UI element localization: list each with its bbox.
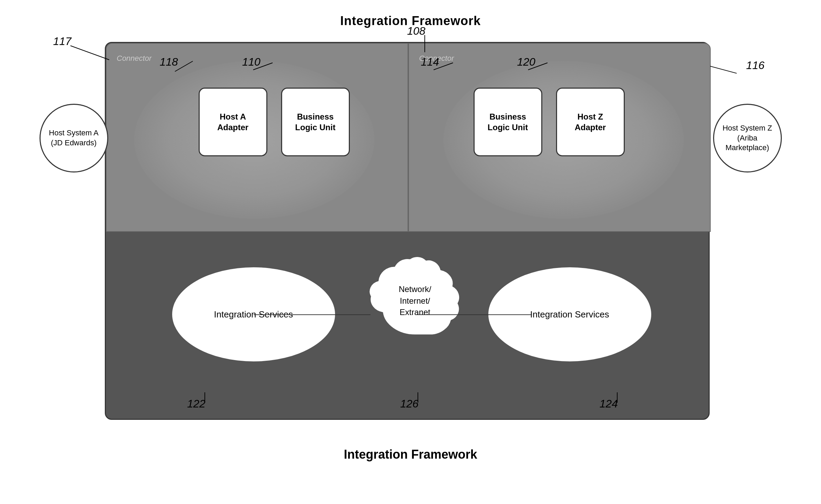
ref-108: 108 xyxy=(407,25,425,37)
ref-114: 114 xyxy=(421,56,439,68)
framework-box: Connector Connector Host AAdapter Busine… xyxy=(105,42,710,420)
ref-124: 124 xyxy=(600,397,618,410)
network-cloud: Network/Internet/Extranet xyxy=(364,249,467,352)
business-logic-unit-right-box: BusinessLogic Unit xyxy=(474,88,542,156)
host-system-z-circle: Host System Z(AribaMarketplace) xyxy=(713,104,782,172)
host-system-a-circle: Host System A(JD Edwards) xyxy=(40,104,108,172)
connector-label-left: Connector xyxy=(117,54,152,63)
bottom-title: Integration Framework xyxy=(344,447,477,462)
ref-126: 126 xyxy=(400,397,419,410)
network-label: Network/Internet/Extranet xyxy=(399,283,431,318)
diagram-wrapper: Connector Connector Host AAdapter Busine… xyxy=(50,35,772,440)
ref-110: 110 xyxy=(242,56,260,68)
page-container: Integration Framework Connector Connecto… xyxy=(0,0,821,504)
ref-118: 118 xyxy=(160,56,178,68)
host-a-adapter-box: Host AAdapter xyxy=(199,88,267,156)
business-logic-unit-left-box: BusinessLogic Unit xyxy=(281,88,350,156)
ref-122: 122 xyxy=(187,397,206,410)
host-z-adapter-box: Host ZAdapter xyxy=(556,88,625,156)
ref-117: 117 xyxy=(53,35,71,48)
ref-120: 120 xyxy=(517,56,535,68)
ref-116: 116 xyxy=(746,59,764,72)
